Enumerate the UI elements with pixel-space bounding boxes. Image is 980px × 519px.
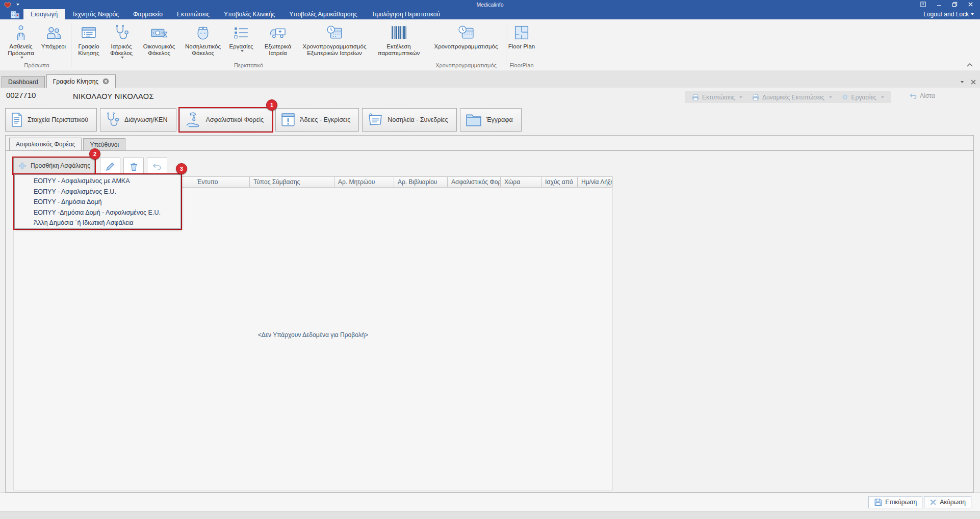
barcode-icon bbox=[391, 23, 407, 42]
window-title: Medicalinfo bbox=[0, 2, 980, 8]
menu-tab-ypovoles-aimokatharsis[interactable]: Υποβολές Αιμοκάθαρσης bbox=[282, 9, 364, 19]
window-list-icon bbox=[81, 23, 97, 42]
menu-tab-eisagogi[interactable]: Εισαγωγή bbox=[23, 9, 65, 19]
chevron-down-icon bbox=[829, 96, 832, 98]
grid-header-typos-symvasis[interactable]: Τύπος Σύμβασης bbox=[250, 176, 334, 188]
document-tab-strip: Dashboard Γραφείο Κίνησης bbox=[0, 71, 980, 88]
ribbon-group-label: Πρόσωπα bbox=[4, 62, 69, 70]
close-tab-icon[interactable] bbox=[102, 78, 109, 85]
tasks-button-disabled[interactable]: Εργασίες bbox=[837, 93, 889, 101]
section-adeies-egkriseis[interactable]: Άδειες - Εγκρίσεις bbox=[275, 108, 359, 132]
tab-grafeio-kinisis[interactable]: Γραφείο Κίνησης bbox=[46, 74, 116, 88]
restore-icon[interactable] bbox=[949, 1, 960, 8]
insurance-type-menu: ΕΟΠΥΥ - Ασφαλισμένος με ΑΜΚΑ ΕΟΠΥΥ - Ασφ… bbox=[14, 174, 181, 229]
gear-icon bbox=[841, 93, 849, 101]
grid-header-ar-vivliariou[interactable]: Αρ. Βιβλιαρίου bbox=[394, 176, 448, 188]
document-icon bbox=[11, 112, 23, 127]
title-bar: Medicalinfo bbox=[0, 0, 980, 9]
section-diagnosi-ken[interactable]: Διάγνωση/ΚΕΝ bbox=[100, 108, 176, 132]
patients-persons-button[interactable]: Ασθενείς Πρόσωπα bbox=[4, 21, 38, 62]
xronoprogrammatismos-exoterikon-button[interactable]: Χρονοπρογραμματισμός Εξωτερικών Ιατρείων bbox=[296, 21, 373, 62]
menu-item-eopyy-amka[interactable]: ΕΟΠΥΥ - Ασφαλισμένος με ΑΜΚΑ bbox=[15, 176, 180, 187]
menu-tab-ektyposeis[interactable]: Εκτυπώσεις bbox=[170, 9, 217, 19]
minimize-icon[interactable] bbox=[933, 1, 944, 8]
add-insurance-button[interactable]: Προσθήκη Ασφάλισης bbox=[13, 158, 95, 174]
back-arrow-icon bbox=[909, 93, 917, 99]
money-icon bbox=[150, 23, 168, 42]
calendar-clock-icon bbox=[326, 23, 343, 42]
close-icon[interactable] bbox=[965, 1, 976, 8]
menu-item-alli-asfaleia[interactable]: Άλλη Δημόσια ΄ή Ιδιωτική Ασφάλεια bbox=[15, 218, 180, 228]
ambulance-icon bbox=[269, 23, 287, 42]
stethoscope-icon bbox=[106, 112, 120, 128]
ribbon-group-peristatiko: Γραφείο Κίνησης Ιατρικός Φάκελος Οικονομ… bbox=[73, 21, 424, 70]
ribbon-group-label: Περιστατικό bbox=[73, 62, 424, 70]
annotation-box-3: ΕΟΠΥΥ - Ασφαλισμένος με ΑΜΚΑ ΕΟΠΥΥ - Ασφ… bbox=[13, 173, 182, 230]
ypoxreoi-button[interactable]: Υπόχρεοι bbox=[38, 21, 69, 62]
close-document-icon[interactable] bbox=[971, 80, 976, 85]
menu-tab-timologisi[interactable]: Τιμολόγηση Περιστατικού bbox=[365, 9, 447, 19]
tab-list-caret-icon[interactable] bbox=[961, 81, 964, 83]
grid-header-asfalistikos-foreas[interactable]: Ασφαλιστικός Φορέ bbox=[448, 176, 501, 188]
section-stoixeia-peristatikou[interactable]: Στοιχεία Περιστατικού bbox=[5, 108, 97, 132]
menu-item-eopyy-eu[interactable]: ΕΟΠΥΥ - Ασφαλισμένος E.U. bbox=[15, 187, 180, 197]
logout-and-lock-button[interactable]: Logout and Lock bbox=[923, 9, 974, 19]
subtab-strip: Ασφαλιστικός Φορέας Υπεύθυνοι bbox=[6, 136, 973, 151]
floorplan-icon bbox=[514, 23, 529, 42]
list-button[interactable]: Λίστα bbox=[909, 92, 935, 99]
oikonomikos-fakelos-button[interactable]: Οικονομικός Φάκελος bbox=[138, 21, 180, 62]
menu-tab-texnitos-nefros[interactable]: Τεχνητός Νεφρός bbox=[65, 9, 126, 19]
application-menu-button[interactable] bbox=[6, 9, 23, 19]
grid-header-xora[interactable]: Χώρα bbox=[501, 176, 541, 188]
confirm-button[interactable]: Επικύρωση bbox=[868, 496, 922, 508]
ribbon-group-xronoprogrammatismos: Χρονοπρογραμματισμός Χρονοπρογραμματισμό… bbox=[428, 21, 504, 70]
delete-button[interactable] bbox=[123, 158, 144, 175]
cancel-button[interactable]: Ακύρωση bbox=[924, 496, 971, 508]
nosileftikos-fakelos-button[interactable]: Νοσηλευτικός Φάκελος bbox=[180, 21, 226, 62]
floor-plan-button[interactable]: Floor Plan bbox=[508, 21, 535, 62]
dynamic-print-button-disabled[interactable]: Δυναμικές Εκτυπώσεις bbox=[747, 94, 837, 101]
menu-tab-farmakeio[interactable]: Φαρμακείο bbox=[126, 9, 170, 19]
section-nosileia-synedries[interactable]: Νοσηλεία - Συνεδρίες bbox=[362, 108, 456, 132]
menu-tab-ypovoles-klinikis[interactable]: Υποβολές Κλινικής bbox=[217, 9, 282, 19]
people-icon bbox=[46, 23, 61, 42]
tasks-icon bbox=[234, 23, 249, 42]
alert-icon bbox=[281, 112, 295, 127]
plus-icon bbox=[18, 162, 27, 170]
notes-icon bbox=[368, 113, 383, 127]
x-icon bbox=[930, 499, 937, 506]
ribbon: Ασθενείς Πρόσωπα Υπόχρεοι Πρόσωπα Γραφεί… bbox=[0, 19, 980, 70]
ribbon-group-prosopa: Ασθενείς Πρόσωπα Υπόχρεοι Πρόσωπα bbox=[4, 21, 69, 70]
grid-header-entypo[interactable]: Έντυπο bbox=[193, 176, 250, 188]
patient-actions-bar: Εκτυπώσεις Δυναμικές Εκτυπώσεις Εργασίες bbox=[685, 91, 891, 103]
section-asfalistikoi-foreis[interactable]: Ασφαλιστικοί Φορείς 1 bbox=[179, 108, 273, 132]
pencil-icon bbox=[105, 162, 115, 172]
patient-name: ΝΙΚΟΛΑΟΥ ΝΙΚΟΛΑΟΣ bbox=[73, 92, 154, 100]
xronoprogrammatismos-button[interactable]: Χρονοπρογραμματισμός bbox=[428, 21, 504, 62]
section-eggrafa[interactable]: Έγγραφα bbox=[460, 108, 522, 132]
undo-button[interactable] bbox=[147, 158, 167, 175]
print-button-disabled[interactable]: Εκτυπώσεις bbox=[687, 94, 747, 101]
subtab-ypefthynoi[interactable]: Υπεύθυνοι bbox=[83, 138, 125, 150]
chevron-down-icon bbox=[881, 96, 884, 98]
grid-header-isxys-apo[interactable]: Ισχύς από bbox=[541, 176, 578, 188]
ribbon-pin-icon[interactable] bbox=[917, 1, 929, 8]
iatrikos-fakelos-button[interactable]: Ιατρικός Φάκελος bbox=[105, 21, 138, 62]
annotation-step-1: 1 bbox=[266, 99, 277, 111]
ektelesi-parapemptikon-button[interactable]: Εκτέλεση παραπεμπτικών bbox=[373, 21, 424, 62]
subtab-asfalistikos-foreas[interactable]: Ασφαλιστικός Φορέας bbox=[9, 138, 82, 150]
exoterika-iatreia-button[interactable]: Εξωτερικά Ιατρεία bbox=[260, 21, 296, 62]
menu-item-eopyy-dimosia-domi[interactable]: ΕΟΠΥΥ - Δημόσια Δομή bbox=[15, 197, 180, 207]
grid-header-imnia-lixis[interactable]: Ημ/νία Λήξης Βιβ bbox=[578, 176, 612, 188]
edit-button[interactable] bbox=[100, 158, 120, 175]
annotation-step-2: 2 bbox=[89, 148, 100, 160]
ergasies-ribbon-button[interactable]: Εργασίες bbox=[226, 21, 256, 62]
grid-empty-message: <Δεν Υπάρχουν Δεδομένα για Προβολή> bbox=[13, 331, 613, 339]
grid-header-ar-mitroou[interactable]: Αρ. Μητρώου bbox=[334, 176, 394, 188]
ribbon-group-label: FloorPlan bbox=[508, 62, 535, 70]
tab-dashboard[interactable]: Dashboard bbox=[2, 76, 45, 88]
menu-item-eopyy-dimosia-domi-eu[interactable]: ΕΟΠΥΥ -Δημόσια Δομή - Ασφαλισμένος E.U. bbox=[15, 207, 180, 218]
hand-water-icon bbox=[185, 112, 201, 128]
collapse-ribbon-icon[interactable] bbox=[967, 63, 973, 67]
grafeio-kinisis-button[interactable]: Γραφείο Κίνησης bbox=[73, 21, 105, 62]
